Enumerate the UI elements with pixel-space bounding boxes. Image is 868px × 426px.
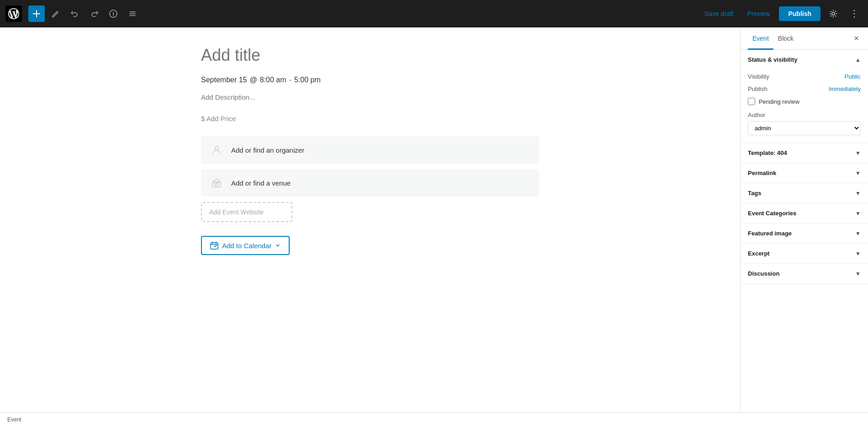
calendar-btn-label: Add to Calendar <box>222 242 271 250</box>
calendar-icon <box>210 241 218 250</box>
author-label: Author <box>748 112 861 118</box>
status-bar-label: Event <box>7 416 21 423</box>
edit-button[interactable] <box>48 5 64 22</box>
status-visibility-header[interactable]: Status & visibility ▲ <box>741 50 868 69</box>
status-bar: Event <box>0 412 868 426</box>
price-label: $ Add Price <box>201 115 236 122</box>
editor-area: September 15 @ 8:00 am - 5:00 pm $ Add P… <box>0 27 740 412</box>
organizer-row[interactable]: Add or find an organizer <box>201 136 539 164</box>
undo-button[interactable] <box>67 5 83 22</box>
discussion-header[interactable]: Discussion ▼ <box>741 264 868 283</box>
event-categories-title: Event Categories <box>748 210 796 217</box>
visibility-value[interactable]: Public <box>845 73 861 80</box>
wp-logo-icon <box>8 8 19 19</box>
venue-row[interactable]: Add or find a venue <box>201 169 539 197</box>
add-block-button[interactable] <box>28 5 45 22</box>
event-categories-chevron: ▼ <box>855 210 861 217</box>
event-time-start: 8:00 am <box>260 76 286 84</box>
svg-rect-6 <box>212 182 221 187</box>
pending-review-checkbox[interactable] <box>748 98 755 105</box>
add-to-calendar-button[interactable]: Add to Calendar <box>201 236 290 255</box>
status-visibility-chevron-up: ▲ <box>855 57 861 63</box>
author-select[interactable]: admin <box>748 121 861 135</box>
featured-image-section: Featured image ▼ <box>741 224 868 244</box>
sidebar-close-button[interactable]: × <box>852 32 861 45</box>
calendar-chevron-icon <box>275 243 281 248</box>
venue-icon <box>209 176 224 190</box>
svg-point-5 <box>215 146 218 150</box>
tags-section: Tags ▼ <box>741 183 868 203</box>
settings-button[interactable] <box>825 5 842 22</box>
organizer-icon <box>209 143 224 157</box>
tab-block[interactable]: Block <box>773 27 798 50</box>
price-row[interactable]: $ Add Price <box>201 115 539 122</box>
discussion-section: Discussion ▼ <box>741 264 868 284</box>
description-input[interactable] <box>201 93 539 101</box>
save-draft-button[interactable]: Save draft <box>700 7 738 20</box>
sidebar: Event Block × Status & visibility ▲ Visi… <box>740 27 868 412</box>
featured-image-header[interactable]: Featured image ▼ <box>741 224 868 243</box>
website-placeholder: Add Event Website <box>209 208 264 216</box>
sidebar-content: Status & visibility ▲ Visibility Public … <box>741 50 868 412</box>
website-input-wrapper[interactable]: Add Event Website <box>201 202 292 222</box>
tags-chevron: ▼ <box>855 190 861 197</box>
event-date: September 15 <box>201 76 247 84</box>
discussion-chevron: ▼ <box>855 271 861 277</box>
event-categories-section: Event Categories ▼ <box>741 203 868 224</box>
permalink-chevron: ▼ <box>855 170 861 176</box>
organizer-label: Add or find an organizer <box>231 146 304 154</box>
venue-label: Add or find a venue <box>231 179 291 187</box>
svg-point-4 <box>854 16 855 18</box>
event-time-end: 5:00 pm <box>294 76 321 84</box>
template-chevron: ▼ <box>855 150 861 156</box>
featured-image-title: Featured image <box>748 230 792 237</box>
excerpt-chevron: ▼ <box>855 250 861 257</box>
excerpt-title: Excerpt <box>748 250 770 257</box>
publish-row: Publish Immediately <box>748 85 861 92</box>
toolbar-right: Save draft Preview Publish <box>700 5 863 22</box>
status-visibility-section: Status & visibility ▲ Visibility Public … <box>741 50 868 143</box>
wp-logo <box>5 5 22 22</box>
editor-content: September 15 @ 8:00 am - 5:00 pm $ Add P… <box>201 46 539 264</box>
excerpt-section: Excerpt ▼ <box>741 244 868 264</box>
sidebar-tabs: Event Block × <box>741 27 868 50</box>
list-view-button[interactable] <box>124 5 141 22</box>
template-title: Template: 404 <box>748 149 787 156</box>
template-header[interactable]: Template: 404 ▼ <box>741 143 868 163</box>
main-layout: September 15 @ 8:00 am - 5:00 pm $ Add P… <box>0 27 868 412</box>
featured-image-chevron: ▼ <box>855 230 861 237</box>
preview-button[interactable]: Preview <box>743 7 775 20</box>
tags-title: Tags <box>748 190 761 197</box>
template-section: Template: 404 ▼ <box>741 143 868 163</box>
pending-review-row: Pending review <box>748 98 861 105</box>
event-datetime[interactable]: September 15 @ 8:00 am - 5:00 pm <box>201 76 539 84</box>
publish-value[interactable]: Immediately <box>829 85 861 92</box>
info-button[interactable] <box>105 5 122 22</box>
tab-event[interactable]: Event <box>748 27 773 50</box>
publish-button[interactable]: Publish <box>779 6 820 21</box>
redo-button[interactable] <box>86 5 102 22</box>
toolbar: Save draft Preview Publish <box>0 0 868 27</box>
at-symbol: @ <box>250 76 257 84</box>
permalink-section: Permalink ▼ <box>741 163 868 183</box>
visibility-label: Visibility <box>748 73 769 80</box>
title-input[interactable] <box>201 46 539 65</box>
status-visibility-content: Visibility Public Publish Immediately Pe… <box>741 69 868 143</box>
svg-point-1 <box>832 12 835 15</box>
discussion-title: Discussion <box>748 270 779 277</box>
svg-point-2 <box>854 10 855 11</box>
permalink-header[interactable]: Permalink ▼ <box>741 163 868 183</box>
event-categories-header[interactable]: Event Categories ▼ <box>741 203 868 223</box>
pending-review-label: Pending review <box>759 98 799 105</box>
status-visibility-title: Status & visibility <box>748 56 797 63</box>
excerpt-header[interactable]: Excerpt ▼ <box>741 244 868 263</box>
svg-point-3 <box>854 13 855 15</box>
publish-label: Publish <box>748 85 767 92</box>
permalink-title: Permalink <box>748 170 776 176</box>
time-separator: - <box>289 76 291 84</box>
more-options-button[interactable] <box>846 5 863 22</box>
visibility-row: Visibility Public <box>748 73 861 80</box>
tags-header[interactable]: Tags ▼ <box>741 183 868 203</box>
